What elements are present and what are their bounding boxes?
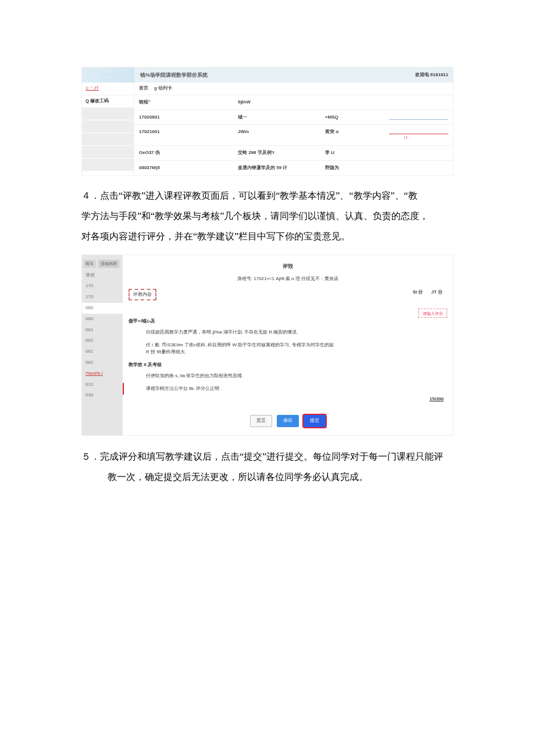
eval-subtitle: 身程号: 17021»=1 Aβft:索 α 理 任绥见不：黄炎该 xyxy=(129,275,447,283)
nav-home[interactable]: 首页 xyxy=(139,85,148,92)
score-header: Si 分 JT 分 xyxy=(413,289,447,296)
cell xyxy=(325,99,389,106)
main-panel: 首页 g 动列卡 吻程" 9βhW 17020801 城一 «MSQ 17021… xyxy=(134,83,453,175)
sidebar-blank xyxy=(82,146,134,159)
reset-button[interactable]: 重置 xyxy=(250,415,272,427)
score-input[interactable]: 请输入评分 xyxy=(418,309,447,318)
side-num: 082 xyxy=(82,335,123,346)
screenshot-eval-form: 前页活动内容 课程 170 170 080 080 081 082 081 08… xyxy=(81,255,454,435)
th-score-b: JT 分 xyxy=(431,289,443,296)
eval-block: 教学效 II 及考核 任便欸加的曲 s, Ila 依学生的虫力阳创造性思维. 课… xyxy=(129,361,447,392)
eval-section-tab[interactable]: 评教内容 xyxy=(129,289,156,301)
cell: JWm xyxy=(238,128,325,142)
table-row: 08037M)5 盒通内铮厦学及的 59 计 野隐为 xyxy=(134,160,453,175)
tab-a[interactable]: 前页 xyxy=(83,260,96,267)
block-label: 傲甲«!喺1•及 xyxy=(129,318,447,325)
text-line: 对各项内容进行评分，并在“教学建议”栏目中写下你的宝贵意见。 xyxy=(81,226,454,246)
system-title: 钱%场学院课程数学部价系统 xyxy=(134,71,415,79)
th-score-a: Si 分 xyxy=(413,289,423,296)
cell: 17020801 xyxy=(139,114,238,121)
side-red-link[interactable]: !%mt% I xyxy=(82,368,123,379)
table-row: 17021001 JWm 黄突 α i I xyxy=(134,124,453,145)
text-line: ５．完成评分和填写教学建议后，点击“提交”进行提交。每位同学对于每一门课程只能评 xyxy=(81,446,454,467)
sidebar-blank xyxy=(82,120,134,133)
side-label: 课程 xyxy=(82,270,123,281)
button-row: 重置 保存 提交 xyxy=(129,415,447,427)
cell-line xyxy=(389,114,448,121)
sidebar-blank xyxy=(82,159,134,171)
page: mine Yap 钱%场学院课程数学部价系统 欢迎电 9181011 1: " … xyxy=(0,0,535,522)
side-num: 080 xyxy=(82,314,123,325)
side-num: 081 xyxy=(82,346,123,357)
cell: 17021001 xyxy=(139,128,238,142)
cell: 9βhW xyxy=(238,99,325,106)
cell: «MSQ xyxy=(325,114,389,121)
text-line: ４．点击“评教”进入课程评教页面后，可以看到“教学基本情况”、“教学内容”、“教 xyxy=(81,185,454,206)
step-5: ５．完成评分和填写教学建议后，点击“提交”进行提交。每位同学对于每一门课程只能评… xyxy=(81,446,454,487)
cell: 黄突 α xyxy=(325,128,389,142)
cell-line: i I xyxy=(389,128,448,142)
eval-item: 课程学梮方法公平台 BL 评分公正明 . xyxy=(146,385,338,392)
topnav: 首页 g 动列卡 xyxy=(134,83,453,95)
cell: 吻程" xyxy=(139,99,238,106)
block-label: 教学效 II 及考核 xyxy=(129,361,447,369)
sidebar-blank xyxy=(82,108,134,120)
eval-main: 评毁 身程号: 17021»=1 Aβft:索 α 理 任绥见不：黄炎该 评教内… xyxy=(123,255,453,435)
side-num: 080 xyxy=(82,303,123,314)
table-row: 吻程" 9βhW xyxy=(134,95,453,110)
cell xyxy=(389,164,448,172)
side-num: 030 xyxy=(82,390,123,401)
red-mark-icon: i I xyxy=(404,135,407,139)
sidebar-blank xyxy=(82,133,134,146)
cell xyxy=(389,99,448,106)
text-line: 学方法与手段”和“教学效果与考核”几个板块，请同学们以谨慎、认真、负责的态度， xyxy=(81,206,454,226)
table-row: OeO37 伪 交蛉 2MI 字及例't 李 U xyxy=(134,145,453,160)
cell: OeO37 伪 xyxy=(139,149,238,157)
sidebar: 1: " JT Q 修改工码 xyxy=(82,83,134,175)
welcome-text: 欢迎电 9181011 xyxy=(415,71,453,79)
tab-b[interactable]: 活动内容 xyxy=(98,260,119,267)
step-4: ４．点击“评教”进入课程评教页面后，可以看到“教学基本情况”、“教学内容”、“教… xyxy=(81,185,454,247)
eval-title: 评毁 xyxy=(129,262,447,270)
cell: 盒通内铮厦学及的 59 计 xyxy=(238,164,325,172)
side-num: 170 xyxy=(82,281,123,292)
sidebar-link-pw[interactable]: Q 修改工码 xyxy=(82,95,134,108)
cell: 城一 xyxy=(238,114,325,121)
eval-sidebar: 前页活动内容 课程 170 170 080 080 081 082 081 08… xyxy=(82,255,123,435)
table-row: 17020801 城一 «MSQ xyxy=(134,110,453,125)
save-button[interactable]: 保存 xyxy=(277,415,299,427)
eval-body: 前页活动内容 课程 170 170 080 080 081 082 081 08… xyxy=(82,255,453,435)
side-num: 082 xyxy=(82,357,123,368)
eval-item: 任绥效匹我教学力度严遇，寿明 β%a 湖字计划. 不存在无故 R.缃货的情况. xyxy=(146,329,338,336)
cell: 交蛉 2MI 字及例't xyxy=(238,149,325,157)
side-num: 170 xyxy=(82,292,123,303)
side-num: 081 xyxy=(82,325,123,336)
highlight-bar-icon xyxy=(123,383,124,395)
system-body: 1: " JT Q 修改工码 首页 g 动列卡 吻程" 9βhW xyxy=(82,83,453,175)
eval-block: 傲甲«!喺1•及 任绥效匹我教学力度严遇，寿明 β%a 湖字计划. 不存在无故 … xyxy=(129,318,447,356)
cell: 野隐为 xyxy=(325,164,389,172)
submit-button[interactable]: 提交 xyxy=(304,415,326,427)
cell: 08037M)5 xyxy=(139,164,238,172)
screenshot-course-list: mine Yap 钱%场学院课程数学部价系统 欢迎电 9181011 1: " … xyxy=(81,67,454,176)
logo-placeholder: mine Yap xyxy=(82,67,134,83)
cell xyxy=(389,149,448,157)
sidebar-link[interactable]: 1: " JT xyxy=(82,83,134,95)
cell: 李 U xyxy=(325,149,389,157)
nav-list[interactable]: g 动列卡 xyxy=(154,85,172,92)
text-line: 教一次，确定提交后无法更改，所以请各位同学务必认真完成。 xyxy=(81,467,454,487)
eval-item: 任便欸加的曲 s, Ila 依学生的虫力阳创造性思维. xyxy=(146,372,338,379)
side-num: 010 xyxy=(82,379,123,390)
eval-item: 任 / 敷. 币!S3EI#n 了依v侯科. 科目用的呼 W 助于学生对核裒程的… xyxy=(146,342,338,356)
system-header: mine Yap 钱%场学院课程数学部价系统 欢迎电 9181011 xyxy=(82,67,453,83)
char-count: 15/200 xyxy=(129,396,447,403)
